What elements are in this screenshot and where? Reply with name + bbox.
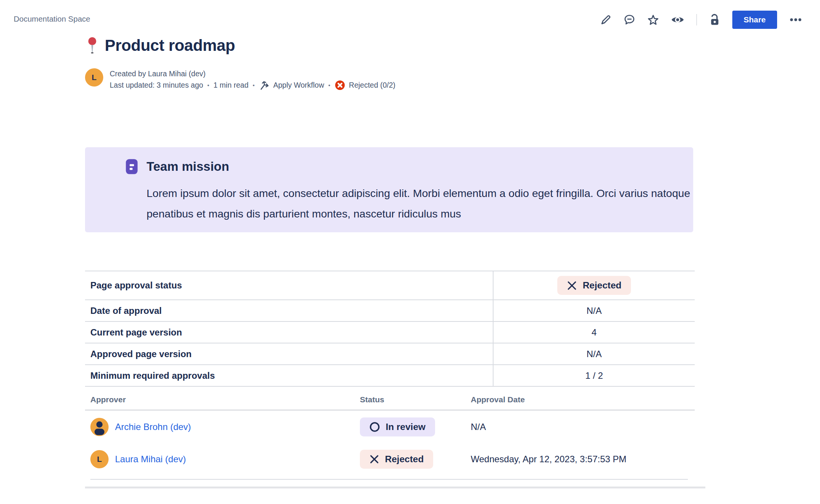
table-row: Approved page version N/A	[85, 343, 695, 365]
row-label: Approved page version	[85, 343, 493, 364]
table-row: Current page version 4	[85, 322, 695, 343]
watch-button[interactable]	[671, 15, 684, 25]
star-icon	[647, 14, 659, 26]
row-value: 4	[493, 322, 695, 343]
table-row: Minimum required approvals 1 / 2	[85, 365, 695, 387]
approvers-bottom-border	[90, 479, 688, 480]
ellipsis-icon	[789, 14, 803, 25]
comment-icon	[623, 14, 636, 26]
person-silhouette-icon	[90, 418, 109, 436]
byline: L Created by Laura Mihai (dev) Last upda…	[85, 68, 396, 91]
row-value: N/A	[493, 300, 695, 321]
apply-workflow-button[interactable]: Apply Workflow	[259, 80, 324, 91]
workflow-status[interactable]: Rejected (0/2)	[334, 80, 395, 91]
badge-label: Rejected	[583, 280, 621, 291]
read-time: 1 min read	[213, 80, 248, 90]
share-button[interactable]: Share	[732, 11, 777, 29]
status-badge-inreview: In review	[360, 417, 435, 436]
page-title: Product roadmap	[105, 36, 235, 55]
badge-label: In review	[386, 422, 426, 432]
toolbar: Share	[600, 10, 803, 29]
note-icon	[125, 158, 138, 175]
approvers-table: Approver Status Approval Date Archie Bro…	[85, 389, 695, 475]
edit-button[interactable]	[600, 14, 612, 26]
panel-title: Team mission	[147, 159, 229, 174]
column-header-approval-date: Approval Date	[471, 395, 695, 404]
eye-icon	[671, 15, 684, 25]
workflow-status-label: Rejected (0/2)	[349, 80, 395, 90]
approver-link[interactable]: Laura Mihai (dev)	[115, 454, 186, 465]
approver-link[interactable]: Archie Brohn (dev)	[115, 422, 191, 432]
row-label: Minimum required approvals	[85, 365, 493, 386]
panel-body: Lorem ipsum dolor sit amet, consectetur …	[147, 183, 690, 224]
comment-button[interactable]	[623, 14, 636, 26]
section-divider	[85, 487, 705, 488]
more-button[interactable]	[789, 14, 803, 25]
workflow-icon	[259, 80, 270, 91]
approver-row: L Laura Mihai (dev) Rejected Wednesday, …	[85, 443, 695, 475]
table-row: Page approval status Rejected	[85, 271, 695, 300]
row-value: N/A	[493, 343, 695, 364]
table-row: Date of approval N/A	[85, 300, 695, 322]
last-updated-link[interactable]: Last updated: 3 minutes ago	[110, 80, 203, 90]
approval-date: Wednesday, Apr 12, 2023, 3:57:53 PM	[471, 454, 695, 465]
status-badge-rejected: Rejected	[360, 450, 433, 469]
page-title-row: Product roadmap	[87, 36, 235, 55]
star-button[interactable]	[647, 14, 659, 26]
status-badge-rejected: Rejected	[557, 276, 631, 295]
approver-avatar[interactable]: L	[90, 450, 109, 468]
apply-workflow-label: Apply Workflow	[273, 80, 324, 90]
approval-date: N/A	[471, 422, 695, 432]
unlock-icon	[709, 14, 721, 26]
approvers-header-row: Approver Status Approval Date	[85, 389, 695, 411]
circle-icon	[369, 422, 380, 432]
team-mission-panel: Team mission Lorem ipsum dolor sit amet,…	[85, 147, 693, 232]
row-label: Date of approval	[85, 300, 493, 321]
confluence-page: Documentation Space	[0, 0, 820, 504]
created-by-text: Created by Laura Mihai (dev)	[110, 69, 396, 79]
pencil-icon	[600, 14, 612, 26]
toolbar-divider	[696, 14, 697, 25]
approver-avatar[interactable]	[90, 418, 109, 436]
author-avatar[interactable]: L	[85, 68, 103, 87]
badge-label: Rejected	[385, 454, 424, 465]
breadcrumb[interactable]: Documentation Space	[14, 14, 90, 24]
separator-dot: •	[253, 80, 255, 90]
row-value: 1 / 2	[493, 365, 695, 386]
row-label: Current page version	[85, 322, 493, 343]
approver-row: Archie Brohn (dev) In review N/A	[85, 411, 695, 443]
separator-dot: •	[207, 80, 209, 90]
separator-dot: •	[328, 80, 330, 90]
row-label: Page approval status	[85, 271, 493, 299]
approval-status-table: Page approval status Rejected Date of ap…	[85, 271, 695, 387]
pushpin-emoji	[87, 37, 98, 54]
x-icon	[369, 454, 379, 464]
column-header-status: Status	[360, 395, 471, 404]
row-value: Rejected	[493, 271, 695, 299]
column-header-approver: Approver	[90, 395, 360, 404]
x-icon	[567, 280, 577, 291]
restrictions-button[interactable]	[709, 14, 721, 26]
rejected-circle-icon	[334, 80, 345, 91]
